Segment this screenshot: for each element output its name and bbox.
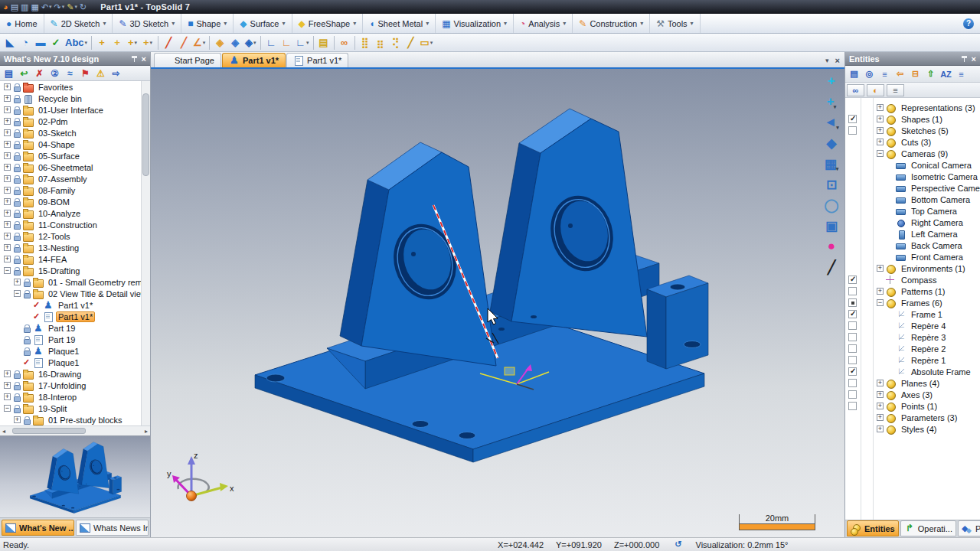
panel-tab[interactable]: Parts [958, 520, 980, 536]
ribbon-tab[interactable]: ✎ 3D Sketch ▾ [113, 14, 181, 33]
entity-item[interactable]: Patterns (1) [845, 285, 980, 297]
toolbar-button[interactable]: ▤ ▾ [316, 35, 332, 51]
tree-item[interactable]: 13-Nesting [0, 242, 150, 253]
expander-icon[interactable] [877, 391, 884, 398]
pin-icon[interactable] [131, 55, 138, 62]
expander-icon[interactable] [877, 127, 884, 134]
close-icon[interactable]: × [142, 55, 146, 63]
expander-icon[interactable] [14, 279, 21, 285]
ribbon-tab[interactable]: ● Home ▾ [0, 14, 44, 33]
entity-item[interactable]: Conical Camera [845, 159, 980, 171]
chevron-down-icon[interactable]: ▾ [103, 20, 106, 27]
tree-item[interactable]: 07-Assembly [0, 173, 150, 184]
panel-toolbar-button[interactable]: ◎ [862, 67, 877, 80]
toolbar-button[interactable]: Abc ▾ [64, 35, 89, 51]
entity-item[interactable]: Compass [845, 274, 980, 285]
panel-toolbar-button[interactable]: ⇦ [893, 67, 907, 80]
entity-item[interactable]: Back Camera [845, 240, 980, 251]
scrollbar-thumb[interactable] [12, 428, 86, 434]
expander-icon[interactable] [4, 118, 11, 125]
tree-item[interactable]: Plaque1 [0, 345, 150, 357]
toolbar-button[interactable]: ▾ [91, 36, 92, 50]
tree-item[interactable]: 10-Analyze [0, 207, 150, 219]
view-toolbar-button[interactable]: ● ▾ [822, 238, 841, 255]
chevron-down-icon[interactable]: ▾ [836, 166, 839, 172]
expander-icon[interactable] [887, 161, 893, 168]
tree-item[interactable]: 04-Shape [0, 139, 150, 150]
panel-toolbar-button[interactable]: ≡ [877, 67, 892, 80]
tree-item[interactable]: Recycle bin [0, 93, 150, 104]
document-tab[interactable]: Part1 v1* [222, 53, 286, 67]
visibility-checkbox[interactable] [848, 126, 857, 135]
toolbar-button[interactable]: ∞ ▾ [337, 35, 352, 51]
expander-icon[interactable] [877, 414, 884, 421]
entity-item[interactable]: Repère 2 [845, 343, 980, 354]
view-toolbar-button[interactable]: ╱ ▾ [822, 259, 841, 276]
tree-item[interactable]: 19-Split [0, 403, 150, 414]
panel-toolbar-button[interactable]: ≈ [63, 67, 77, 80]
view-toolbar-button[interactable]: ▦ ▾ [822, 155, 841, 172]
entity-item[interactable]: Absolute Frame [845, 366, 980, 377]
expander-icon[interactable] [887, 230, 893, 237]
toolbar-button[interactable]: ▭ ▾ [419, 35, 435, 51]
view-toolbar-button[interactable]: ▣ ▾ [822, 217, 841, 234]
expander-icon[interactable] [4, 233, 11, 240]
visibility-checkbox[interactable] [848, 333, 857, 341]
expander-icon[interactable] [887, 173, 893, 180]
entity-item[interactable]: Representations (3) [845, 102, 980, 113]
visibility-checkbox[interactable] [848, 379, 857, 387]
expander-icon[interactable] [4, 244, 11, 251]
toolbar-button[interactable]: ∟ ▾ [263, 35, 279, 51]
entity-item[interactable]: Repère 1 [845, 354, 980, 366]
entity-item[interactable]: Sketches (5) [845, 125, 980, 136]
visibility-checkbox[interactable] [848, 287, 857, 295]
toolbar-button[interactable]: ◈ ▾ [212, 35, 227, 51]
tree-item[interactable]: 01 Pre-study blocks [0, 414, 150, 425]
entity-item[interactable]: Left Camera [845, 228, 980, 240]
expander-icon[interactable] [877, 104, 884, 111]
toolbar-button[interactable]: + ▾ [94, 35, 109, 51]
view-toolbar-button[interactable]: + ▾ [822, 73, 841, 90]
entity-item[interactable]: Isometric Camera [845, 171, 980, 182]
expander-icon[interactable] [877, 139, 884, 145]
panel-toolbar-button[interactable]: ✗ [32, 67, 47, 80]
panel-toolbar-button[interactable]: ⇨ [109, 67, 123, 80]
visibility-checkbox[interactable] [848, 298, 857, 307]
chevron-down-icon[interactable]: ▾ [640, 20, 643, 27]
toolbar-button[interactable]: ∟ ▾ [279, 35, 294, 51]
expander-icon[interactable] [887, 207, 893, 214]
expander-icon[interactable] [877, 116, 884, 122]
entity-item[interactable]: Planes (4) [845, 377, 980, 389]
chevron-down-icon[interactable]: ▾ [135, 40, 138, 46]
expander-icon[interactable] [4, 141, 11, 148]
toolbar-button[interactable]: ◈ ▾ [227, 35, 243, 51]
toolbar-button[interactable]: ⣿ ▾ [358, 35, 373, 51]
toolbar-button[interactable]: ▾ [209, 36, 210, 50]
toolbar-button[interactable]: ▾ [158, 36, 158, 50]
chevron-down-icon[interactable]: ▾ [504, 20, 507, 27]
pin-icon[interactable] [961, 55, 968, 62]
expander-icon[interactable] [877, 403, 884, 409]
toolbar-button[interactable]: + ▾ [125, 35, 140, 51]
entity-item[interactable]: Cameras (9) [845, 148, 980, 159]
expander-icon[interactable] [887, 196, 893, 203]
tree-item[interactable]: 02-Pdm [0, 116, 150, 127]
expander-icon[interactable] [887, 368, 893, 375]
expander-icon[interactable] [4, 370, 11, 377]
ribbon-tab[interactable]: ■ Shape ▾ [181, 14, 234, 33]
entity-item[interactable]: Parameters (3) [845, 412, 980, 423]
entity-item[interactable]: Front Camera [845, 251, 980, 262]
entity-item[interactable]: Frames (6) [845, 297, 980, 308]
entity-item[interactable]: Axes (3) [845, 389, 980, 400]
toolbar-button[interactable]: ▾ [313, 36, 314, 50]
expander-icon[interactable] [887, 322, 893, 329]
chevron-down-icon[interactable]: ▾ [563, 20, 566, 27]
view-toolbar-button[interactable]: ◆ ▾ [822, 135, 841, 152]
chevron-down-icon[interactable]: ▾ [353, 20, 356, 27]
entity-item[interactable]: Repère 3 [845, 331, 980, 343]
quick-access-button[interactable]: ▥ ▾ [21, 2, 28, 12]
expander-icon[interactable] [4, 221, 11, 228]
entity-item[interactable]: Top Camera [845, 205, 980, 217]
view-toolbar-button[interactable]: ◄ ▾ [822, 114, 841, 131]
chevron-down-icon[interactable]: ▾ [836, 125, 839, 131]
